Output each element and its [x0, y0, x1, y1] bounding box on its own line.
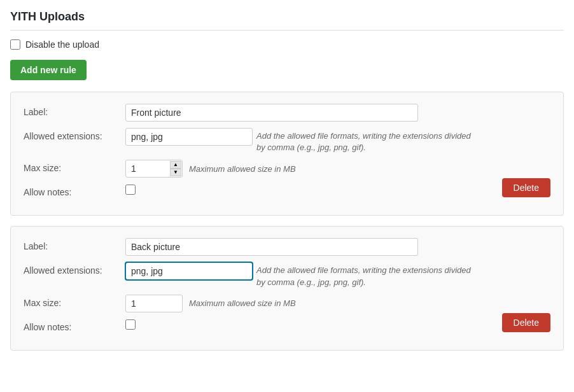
- extensions-label-1: Allowed extensions:: [24, 128, 125, 141]
- allow-notes-field-2: [125, 319, 550, 332]
- size-up-button-1[interactable]: ▲: [170, 161, 181, 169]
- max-size-field-container-2: Maximum allowed size in MB: [125, 295, 550, 312]
- label-input-2[interactable]: [125, 238, 418, 256]
- label-field-container-1: [125, 104, 550, 122]
- label-field-label-2: Label:: [24, 238, 125, 251]
- extensions-hint-2: Add the allowed file formats, writing th…: [256, 262, 473, 288]
- allow-notes-row-1: Allow notes: Delete: [24, 184, 550, 197]
- page-title: YITH Uploads: [10, 10, 564, 24]
- max-size-hint-2: Maximum allowed size in MB: [189, 298, 296, 308]
- label-row-2: Label:: [24, 238, 550, 256]
- size-input-wrap-1: ▲ ▼: [125, 160, 183, 178]
- allow-notes-label-2: Allow notes:: [24, 319, 125, 332]
- extensions-hint-1: Add the allowed file formats, writing th…: [256, 128, 473, 153]
- extensions-row-1: Allowed extensions: Add the allowed file…: [24, 128, 550, 153]
- label-field-label-1: Label:: [24, 104, 125, 117]
- extensions-input-1[interactable]: [125, 128, 253, 146]
- spinner-buttons-1: ▲ ▼: [170, 161, 181, 176]
- max-size-row-1: Max size: ▲ ▼ Maximum allowed size in MB: [24, 160, 550, 178]
- size-down-button-1[interactable]: ▼: [170, 169, 181, 176]
- allow-notes-label-1: Allow notes:: [24, 184, 125, 197]
- allow-notes-checkbox-1[interactable]: [125, 185, 136, 195]
- disable-upload-checkbox[interactable]: [10, 39, 20, 50]
- max-size-input-2[interactable]: [125, 295, 183, 312]
- extensions-label-2: Allowed extensions:: [24, 262, 125, 276]
- rule-card-2: Label: Allowed extensions: Add the allow…: [10, 226, 564, 350]
- extensions-field-container-2: Add the allowed file formats, writing th…: [125, 262, 550, 288]
- extensions-field-container-1: Add the allowed file formats, writing th…: [125, 128, 550, 153]
- size-input-wrap-2: [125, 295, 183, 312]
- add-new-rule-button[interactable]: Add new rule: [10, 60, 87, 80]
- allow-notes-checkbox-2[interactable]: [125, 319, 136, 330]
- delete-button-1[interactable]: Delete: [502, 178, 550, 197]
- max-size-label-1: Max size:: [24, 160, 125, 173]
- max-size-field-container-1: ▲ ▼ Maximum allowed size in MB: [125, 160, 550, 178]
- max-size-label-2: Max size:: [24, 295, 125, 308]
- extensions-input-2[interactable]: [125, 262, 253, 280]
- label-field-container-2: [125, 238, 550, 256]
- allow-notes-row-2: Allow notes: Delete: [24, 319, 550, 332]
- rule-card-1: Label: Allowed extensions: Add the allow…: [10, 92, 564, 216]
- max-size-row-2: Max size: Maximum allowed size in MB: [24, 295, 550, 312]
- disable-upload-row: Disable the upload: [10, 39, 564, 50]
- label-input-1[interactable]: [125, 104, 418, 122]
- divider: [10, 30, 564, 31]
- delete-button-2[interactable]: Delete: [502, 313, 550, 332]
- allow-notes-field-1: [125, 185, 550, 197]
- page-container: YITH Uploads Disable the upload Add new …: [10, 10, 564, 351]
- extensions-row-2: Allowed extensions: Add the allowed file…: [24, 262, 550, 288]
- disable-upload-label: Disable the upload: [25, 39, 99, 50]
- label-row-1: Label:: [24, 104, 550, 122]
- max-size-hint-1: Maximum allowed size in MB: [189, 164, 296, 174]
